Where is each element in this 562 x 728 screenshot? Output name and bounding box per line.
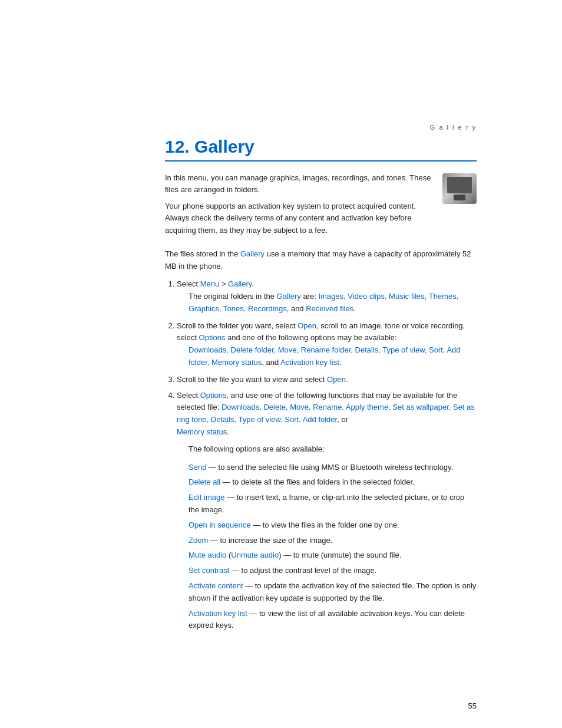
intro-para2: Your phone supports an activation key sy… xyxy=(165,200,434,236)
option-activate-content: Activate content — to update the activat… xyxy=(177,580,477,605)
option-activation-key-list: Activation key list — to view the list o… xyxy=(177,608,477,633)
option-delete-all: Delete all — to delete all the files and… xyxy=(177,476,477,489)
intro-para1: In this menu, you can manage graphics, i… xyxy=(165,172,434,196)
page-number: 55 xyxy=(468,701,477,710)
option-mute: Mute audio (Unmute audio) — to mute (unm… xyxy=(177,549,477,562)
chapter-name: Gallery xyxy=(194,137,254,156)
section-header: G a l l e r y xyxy=(0,0,562,131)
option-set-contrast: Set contrast — to adjust the contrast le… xyxy=(177,565,477,577)
step4-options-block: The following options are also available… xyxy=(177,443,477,456)
main-content: 12. Gallery In this menu, you can manage… xyxy=(0,131,562,690)
intro-para3: The files stored in the Gallery use a me… xyxy=(165,248,477,273)
option-zoom: Zoom — to increase the size of the image… xyxy=(177,535,477,547)
chapter-title: 12. Gallery xyxy=(165,137,477,162)
step1-folder-list: The original folders in the Gallery are:… xyxy=(189,291,477,315)
page-footer: 55 xyxy=(0,690,562,728)
page: G a l l e r y 12. Gallery In this menu, … xyxy=(0,0,562,728)
option-edit-image: Edit image — to insert text, a frame, or… xyxy=(177,492,477,516)
chapter-number: 12. xyxy=(165,137,190,156)
step2-options-list: Downloads, Delete folder, Move, Rename f… xyxy=(189,344,477,369)
options-list: Send — to send the selected file using M… xyxy=(165,462,477,633)
following-options-header: The following options are also available… xyxy=(189,443,477,456)
intro-block: In this menu, you can manage graphics, i… xyxy=(165,172,477,241)
step-1: Select Menu > Gallery. The original fold… xyxy=(177,278,477,315)
step2-indented: Downloads, Delete folder, Move, Rename f… xyxy=(177,344,477,369)
step-3: Scroll to the file you want to view and … xyxy=(177,374,477,386)
step1-indented: The original folders in the Gallery are:… xyxy=(177,291,477,315)
intro-text: In this menu, you can manage graphics, i… xyxy=(165,172,434,241)
step-4: Select Options, and use one of the follo… xyxy=(177,390,477,456)
step-2: Scroll to the folder you want, select Op… xyxy=(177,320,477,369)
option-send: Send — to send the selected file using M… xyxy=(177,462,477,474)
steps-list: Select Menu > Gallery. The original fold… xyxy=(165,278,477,455)
option-open-sequence: Open in sequence — to view the files in … xyxy=(177,519,477,532)
phone-image-icon xyxy=(442,173,477,204)
